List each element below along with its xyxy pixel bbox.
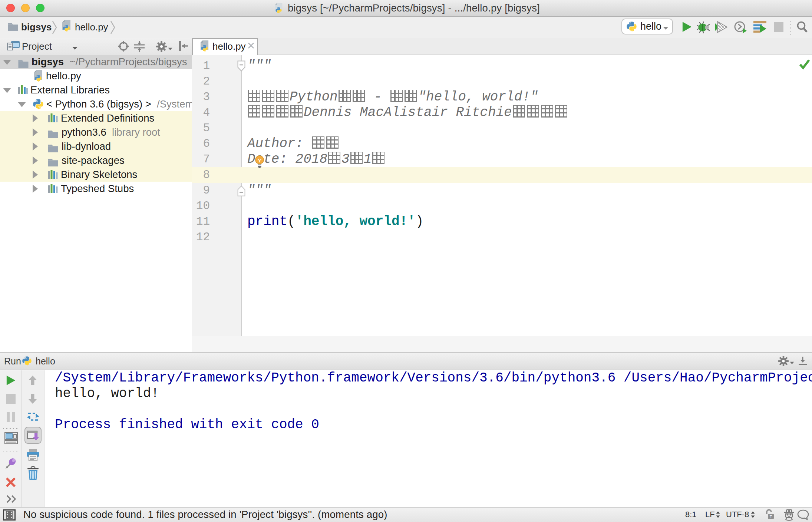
- svg-text:T: T: [770, 515, 772, 519]
